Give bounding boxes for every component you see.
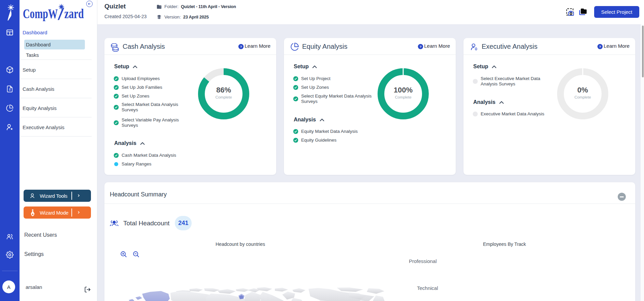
svg-text:CompW: CompW bbox=[23, 6, 58, 21]
svg-text:Complete: Complete bbox=[215, 95, 232, 99]
svg-text:100%: 100% bbox=[394, 86, 413, 94]
svg-text:Complete: Complete bbox=[395, 95, 411, 99]
svg-text:0%: 0% bbox=[577, 86, 588, 94]
svg-text:?: ? bbox=[240, 45, 242, 48]
svg-text:$: $ bbox=[9, 88, 11, 91]
svg-text:?: ? bbox=[419, 45, 421, 48]
svg-text:Complete: Complete bbox=[574, 95, 591, 99]
svg-text:?: ? bbox=[599, 45, 601, 48]
svg-text:86%: 86% bbox=[216, 86, 231, 94]
svg-text:zard: zard bbox=[64, 6, 84, 21]
